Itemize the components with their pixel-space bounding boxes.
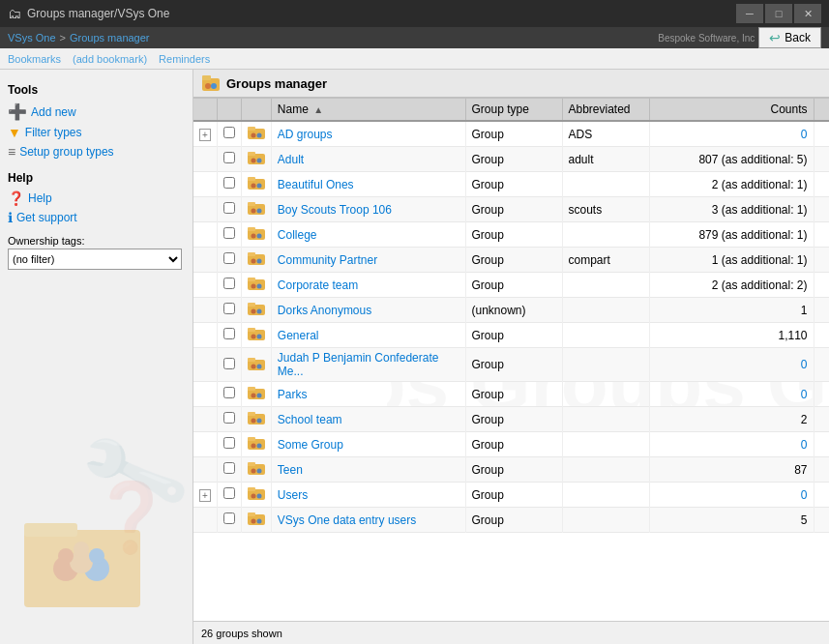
row-name[interactable]: Teen [271,457,465,483]
svg-point-47 [256,335,261,339]
row-name[interactable]: Some Group [271,432,465,457]
row-checkbox[interactable] [217,407,241,432]
nav-separator: > [60,32,66,44]
col-name-header[interactable]: Name ▲ [271,99,465,121]
table-row[interactable]: + UsersGroup0 [193,483,829,508]
row-abbreviated: compart [562,248,649,273]
row-checkbox[interactable] [217,457,241,483]
reminders-link[interactable]: Reminders [159,53,210,65]
sidebar-item-add-new[interactable]: ➕ Add new [8,101,185,123]
svg-rect-13 [248,127,255,131]
row-name[interactable]: Adult [271,147,465,172]
row-scroll-placeholder [814,508,829,533]
row-expand[interactable]: + [193,483,217,508]
row-checkbox[interactable] [217,248,241,273]
row-checkbox[interactable] [217,121,241,147]
table-row[interactable]: CollegeGroup879 (as additional: 1) [193,222,829,248]
ownership-label: Ownership tags: [8,235,185,247]
sidebar-item-setup-group-types[interactable]: ≡ Setup group types [8,142,185,161]
sidebar-item-get-support[interactable]: ℹ Get support [8,208,185,227]
sidebar-item-help[interactable]: ❓ Help [8,189,185,208]
table-row[interactable]: Dorks Anonymous(unknown)1 [193,298,829,323]
row-checkbox[interactable] [217,273,241,298]
svg-point-58 [251,419,255,424]
row-name[interactable]: VSys One data entry users [271,508,465,533]
row-counts: 0 [649,121,814,147]
row-name[interactable]: College [271,222,465,248]
table-header-row: Name ▲ Group type Abbreviated Counts [193,99,829,121]
row-abbreviated: scouts [562,197,649,222]
row-name[interactable]: AD groups [271,121,465,147]
window-controls[interactable]: ─ □ ✕ [736,4,821,23]
row-counts: 0 [649,382,814,407]
row-icon [241,432,271,457]
row-checkbox[interactable] [217,298,241,323]
row-checkbox[interactable] [217,222,241,248]
row-checkbox[interactable] [217,197,241,222]
row-type: Group [465,222,562,248]
table-row[interactable]: Community PartnerGroupcompart1 (as addit… [193,248,829,273]
content-header: Groups manager [193,70,829,99]
help-icon: ❓ [8,190,24,206]
row-checkbox[interactable] [217,323,241,348]
row-name[interactable]: Community Partner [271,248,465,273]
row-name[interactable]: Users [271,483,465,508]
row-counts: 0 [649,483,814,508]
row-name[interactable]: General [271,323,465,348]
row-type: Group [465,197,562,222]
row-name[interactable]: Dorks Anonymous [271,298,465,323]
table-row[interactable]: Judah P Benjamin Confederate Me...Group0 [193,348,829,382]
row-checkbox[interactable] [217,147,241,172]
svg-point-42 [251,309,255,314]
svg-point-5 [58,548,74,564]
sidebar: Tools ➕ Add new ▼ Filter types ≡ Setup g… [0,70,193,644]
back-button[interactable]: ↩ Back [758,27,821,48]
svg-rect-33 [248,252,255,256]
row-name[interactable]: Beautiful Ones [271,172,465,197]
table-row[interactable]: Corporate teamGroup2 (as additional: 2) [193,273,829,298]
svg-point-30 [251,234,255,239]
maximize-button[interactable]: □ [765,4,792,23]
table-wrapper[interactable]: Name ▲ Group type Abbreviated Counts [193,99,829,621]
add-bookmark-link[interactable]: (add bookmark) [73,53,147,65]
row-name[interactable]: Judah P Benjamin Confederate Me... [271,348,465,382]
minimize-button[interactable]: ─ [736,4,763,23]
row-expand [193,348,217,382]
row-abbreviated [562,273,649,298]
table-row[interactable]: Some GroupGroup0 [193,432,829,457]
svg-point-75 [256,519,261,524]
row-counts: 3 (as additional: 1) [649,197,814,222]
row-name[interactable]: Parks [271,382,465,407]
table-row[interactable]: School teamGroup2 [193,407,829,432]
row-scroll-placeholder [814,172,829,197]
nav-home-link[interactable]: VSys One [8,32,56,44]
table-row[interactable]: TeenGroup87 [193,457,829,483]
col-abbreviated-header[interactable]: Abbreviated [562,99,649,121]
table-row[interactable]: GeneralGroup1,110 [193,323,829,348]
nav-current-link[interactable]: Groups manager [70,32,150,44]
bookmarks-link[interactable]: Bookmarks [8,53,61,65]
col-type-header[interactable]: Group type [465,99,562,121]
table-row[interactable]: ParksGroup0 [193,382,829,407]
row-checkbox[interactable] [217,432,241,457]
ownership-select[interactable]: (no filter) [8,249,182,270]
table-row[interactable]: + AD groupsGroupADS0 [193,121,829,147]
sidebar-item-filter-types[interactable]: ▼ Filter types [8,123,185,142]
table-row[interactable]: Boy Scouts Troop 106Groupscouts3 (as add… [193,197,829,222]
row-expand[interactable]: + [193,121,217,147]
col-counts-header[interactable]: Counts [649,99,814,121]
row-name[interactable]: Corporate team [271,273,465,298]
row-checkbox[interactable] [217,348,241,382]
row-checkbox[interactable] [217,382,241,407]
svg-rect-69 [248,487,255,491]
table-row[interactable]: Beautiful OnesGroup2 (as additional: 1) [193,172,829,197]
table-row[interactable]: AdultGroupadult807 (as additional: 5) [193,147,829,172]
row-checkbox[interactable] [217,483,241,508]
close-button[interactable]: ✕ [794,4,821,23]
row-name[interactable]: Boy Scouts Troop 106 [271,197,465,222]
row-checkbox[interactable] [217,508,241,533]
content-area: Groups Groups Groups Groups manager [193,70,829,644]
row-checkbox[interactable] [217,172,241,197]
table-row[interactable]: VSys One data entry usersGroup5 [193,508,829,533]
row-name[interactable]: School team [271,407,465,432]
